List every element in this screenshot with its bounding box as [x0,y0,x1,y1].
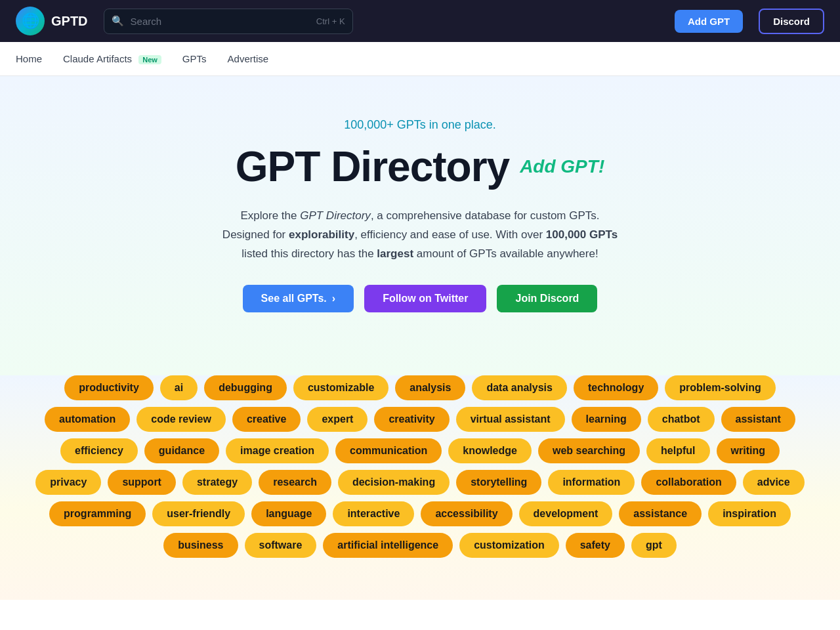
nav-home[interactable]: Home [16,53,42,64]
tag-safety[interactable]: safety [566,533,625,558]
tag-collaboration[interactable]: collaboration [641,470,736,495]
tag-creative[interactable]: creative [232,407,301,432]
follow-twitter-button[interactable]: Follow on Twitter [364,285,486,312]
tag-assistant[interactable]: assistant [721,407,795,432]
hero-section: 100,000+ GPTs in one place. GPT Director… [0,76,840,375]
tag-helpful[interactable]: helpful [646,438,709,463]
tag-productivity[interactable]: productivity [64,375,154,400]
discord-button[interactable]: Discord [759,9,824,34]
chevron-right-icon: › [332,293,335,304]
tag-business[interactable]: business [163,533,238,558]
hero-add-badge: Add GPT! [520,156,604,177]
nav-advertise[interactable]: Advertise [228,53,269,64]
tag-expert[interactable]: expert [307,407,368,432]
tag-communication[interactable]: communication [335,438,442,463]
tag-writing[interactable]: writing [717,438,780,463]
hero-title-row: GPT Directory Add GPT! [16,142,824,191]
tag-data-analysis[interactable]: data analysis [472,375,567,400]
tag-storytelling[interactable]: storytelling [456,470,541,495]
tag-research[interactable]: research [259,470,331,495]
tag-problem-solving[interactable]: problem-solving [665,375,775,400]
tag-inspiration[interactable]: inspiration [708,501,791,526]
tag-debugging[interactable]: debugging [204,375,287,400]
tag-automation[interactable]: automation [45,407,130,432]
tag-knowledge[interactable]: knowledge [448,438,532,463]
logo-icon: 🌐 [16,7,45,35]
join-discord-button[interactable]: Join Discord [497,285,597,312]
tag-ai[interactable]: ai [160,375,198,400]
hero-description: Explore the GPT Directory, a comprehensi… [217,207,623,264]
nav-claude-artifacts[interactable]: Claude Artifacts New [63,53,161,64]
tag-efficiency[interactable]: efficiency [60,438,138,463]
tag-information[interactable]: information [548,470,635,495]
tag-accessibility[interactable]: accessibility [421,501,512,526]
tag-advice[interactable]: advice [743,470,805,495]
tag-learning[interactable]: learning [572,407,641,432]
tags-cloud: productivityaidebuggingcustomizableanaly… [26,375,814,558]
tag-support[interactable]: support [108,470,176,495]
tag-chatbot[interactable]: chatbot [648,407,715,432]
tag-image-creation[interactable]: image creation [226,438,329,463]
tag-user-friendly[interactable]: user-friendly [152,501,245,526]
topbar: Home Claude Artifacts New GPTs Advertise [0,42,840,76]
tag-decision-making[interactable]: decision-making [338,470,450,495]
tag-strategy[interactable]: strategy [182,470,252,495]
tag-virtual-assistant[interactable]: virtual assistant [456,407,565,432]
search-bar: 🔍 Ctrl + K [104,9,353,34]
tag-programming[interactable]: programming [49,501,146,526]
tags-section: productivityaidebuggingcustomizableanaly… [0,375,840,600]
search-icon: 🔍 [112,15,124,27]
tag-code-review[interactable]: code review [136,407,226,432]
tag-gpt[interactable]: gpt [631,533,677,558]
logo-link[interactable]: 🌐 GPTD [16,7,88,35]
add-gpt-button[interactable]: Add GPT [675,10,743,33]
tag-language[interactable]: language [251,501,326,526]
hero-actions: See all GPTs. › Follow on Twitter Join D… [16,285,824,312]
tag-assistance[interactable]: assistance [619,501,702,526]
logo-text: GPTD [51,14,88,29]
tag-analysis[interactable]: analysis [395,375,465,400]
search-input[interactable] [104,9,353,34]
hero-title: GPT Directory [236,142,509,191]
see-all-button[interactable]: See all GPTs. › [243,285,354,312]
tag-artificial-intelligence[interactable]: artificial intelligence [323,533,453,558]
tag-guidance[interactable]: guidance [144,438,219,463]
search-shortcut: Ctrl + K [316,16,345,26]
nav-gpts[interactable]: GPTs [182,53,207,64]
tag-development[interactable]: development [519,501,613,526]
tag-creativity[interactable]: creativity [374,407,449,432]
tag-web-searching[interactable]: web searching [538,438,640,463]
tag-technology[interactable]: technology [574,375,658,400]
hero-subtitle: 100,000+ GPTs in one place. [16,118,824,132]
tag-customizable[interactable]: customizable [293,375,388,400]
tag-customization[interactable]: customization [459,533,559,558]
tag-software[interactable]: software [245,533,317,558]
tag-privacy[interactable]: privacy [35,470,101,495]
new-badge: New [138,55,161,64]
tag-interactive[interactable]: interactive [333,501,414,526]
